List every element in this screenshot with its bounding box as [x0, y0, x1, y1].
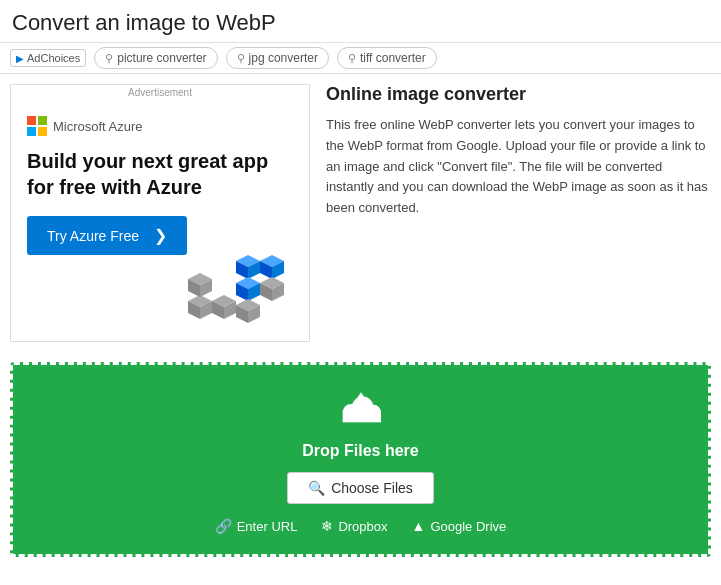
pill-label-picture: picture converter	[117, 51, 206, 65]
cube-decoration	[27, 235, 293, 325]
dropbox-option[interactable]: ❄ Dropbox	[321, 518, 387, 534]
info-body: This free online WebP converter lets you…	[326, 115, 711, 219]
ad-bar: ▶ AdChoices ⚲ picture converter ⚲ jpg co…	[0, 42, 721, 74]
play-icon: ▶	[16, 53, 24, 64]
ms-logo: Microsoft Azure	[27, 116, 293, 136]
google-drive-label: Google Drive	[430, 519, 506, 534]
upload-icon	[336, 389, 386, 429]
extra-options: 🔗 Enter URL ❄ Dropbox ▲ Google Drive	[33, 518, 688, 534]
drop-zone-wrapper: Drop Files here 🔍 Choose Files 🔗 Enter U…	[0, 352, 721, 573]
choose-files-label: Choose Files	[331, 480, 413, 496]
dropbox-icon: ❄	[321, 518, 333, 534]
enter-url-label: Enter URL	[237, 519, 298, 534]
google-drive-option[interactable]: ▲ Google Drive	[412, 518, 507, 534]
try-azure-label: Try Azure Free	[47, 228, 139, 244]
drop-files-text: Drop Files here	[33, 442, 688, 460]
cubes-svg	[183, 235, 293, 325]
main-content: Advertisement Microsoft Azure Build your…	[0, 74, 721, 352]
ms-sq-green	[38, 116, 47, 125]
drop-zone[interactable]: Drop Files here 🔍 Choose Files 🔗 Enter U…	[10, 362, 711, 557]
search-pill-picture[interactable]: ⚲ picture converter	[94, 47, 217, 69]
ad-headline: Build your next great app for free with …	[27, 148, 293, 200]
google-drive-icon: ▲	[412, 518, 426, 534]
page-title: Convert an image to WebP	[0, 0, 721, 42]
ms-sq-red	[27, 116, 36, 125]
ms-logo-text: Microsoft Azure	[53, 119, 143, 134]
ms-squares-icon	[27, 116, 47, 136]
search-circle-icon: 🔍	[308, 480, 325, 496]
search-icon-jpg: ⚲	[237, 52, 245, 65]
pill-label-tiff: tiff converter	[360, 51, 426, 65]
ms-sq-blue	[27, 127, 36, 136]
ms-sq-yellow	[38, 127, 47, 136]
ad-inner: Microsoft Azure Build your next great ap…	[11, 100, 309, 341]
choose-files-button[interactable]: 🔍 Choose Files	[287, 472, 434, 504]
link-icon: 🔗	[215, 518, 232, 534]
adchoices-label: AdChoices	[27, 52, 80, 64]
arrow-icon: ❯	[154, 226, 167, 245]
dropbox-label: Dropbox	[338, 519, 387, 534]
search-icon-picture: ⚲	[105, 52, 113, 65]
search-pill-jpg[interactable]: ⚲ jpg converter	[226, 47, 329, 69]
search-icon-tiff: ⚲	[348, 52, 356, 65]
enter-url-option[interactable]: 🔗 Enter URL	[215, 518, 298, 534]
ad-block: Advertisement Microsoft Azure Build your…	[10, 84, 310, 342]
info-heading: Online image converter	[326, 84, 711, 105]
pill-label-jpg: jpg converter	[249, 51, 318, 65]
adchoices-badge[interactable]: ▶ AdChoices	[10, 49, 86, 67]
info-section: Online image converter This free online …	[326, 84, 711, 342]
advertisement-label: Advertisement	[11, 85, 309, 100]
search-pill-tiff[interactable]: ⚲ tiff converter	[337, 47, 437, 69]
